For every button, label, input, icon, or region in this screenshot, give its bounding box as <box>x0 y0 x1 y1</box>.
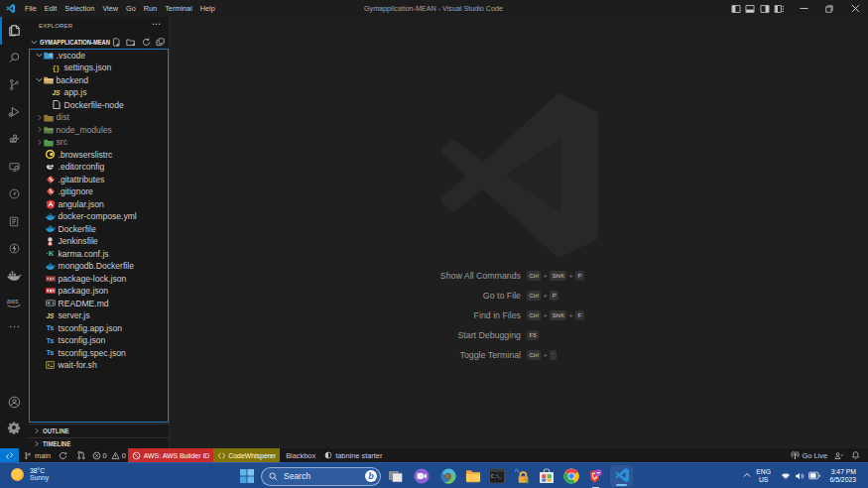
svg-text:C:\_: C:\_ <box>491 474 502 479</box>
svg-text:aws: aws <box>7 297 19 304</box>
